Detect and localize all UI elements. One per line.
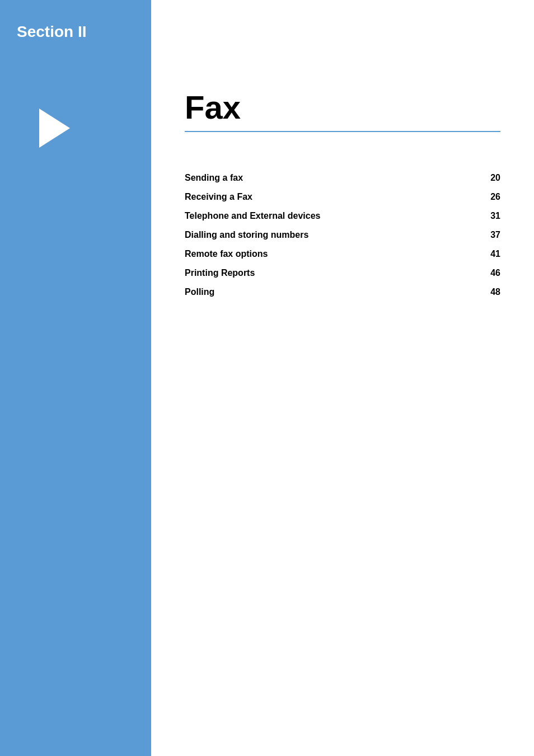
section-title: Section II bbox=[17, 22, 86, 41]
toc-table: Sending a fax20Receiving a Fax26Telephon… bbox=[185, 168, 500, 302]
toc-row: Polling48 bbox=[185, 283, 500, 302]
chapter-title: Fax bbox=[185, 90, 500, 125]
sidebar: Section II bbox=[0, 0, 151, 756]
toc-entry-label: Dialling and storing numbers bbox=[185, 226, 467, 245]
toc-entry-label: Telephone and External devices bbox=[185, 206, 467, 226]
chapter-divider bbox=[185, 131, 500, 132]
toc-entry-label: Sending a fax bbox=[185, 168, 467, 187]
toc-entry-page: 31 bbox=[467, 206, 500, 226]
toc-entry-label: Polling bbox=[185, 283, 467, 302]
toc-entry-page: 48 bbox=[467, 283, 500, 302]
toc-entry-page: 46 bbox=[467, 264, 500, 283]
toc-entry-page: 20 bbox=[467, 168, 500, 187]
toc-row: Receiving a Fax26 bbox=[185, 187, 500, 206]
toc-row: Printing Reports46 bbox=[185, 264, 500, 283]
toc-entry-label: Receiving a Fax bbox=[185, 187, 467, 206]
toc-entry-page: 37 bbox=[467, 226, 500, 245]
toc-entry-page: 41 bbox=[467, 245, 500, 264]
toc-row: Remote fax options41 bbox=[185, 245, 500, 264]
main-content: Fax Sending a fax20Receiving a Fax26Tele… bbox=[151, 0, 534, 756]
chapter-header: Fax bbox=[185, 90, 500, 149]
toc-entry-label: Printing Reports bbox=[185, 264, 467, 283]
toc-row: Sending a fax20 bbox=[185, 168, 500, 187]
toc-entry-page: 26 bbox=[467, 187, 500, 206]
toc-row: Telephone and External devices31 bbox=[185, 206, 500, 226]
toc-entry-label: Remote fax options bbox=[185, 245, 467, 264]
toc-row: Dialling and storing numbers37 bbox=[185, 226, 500, 245]
play-icon bbox=[39, 109, 70, 148]
